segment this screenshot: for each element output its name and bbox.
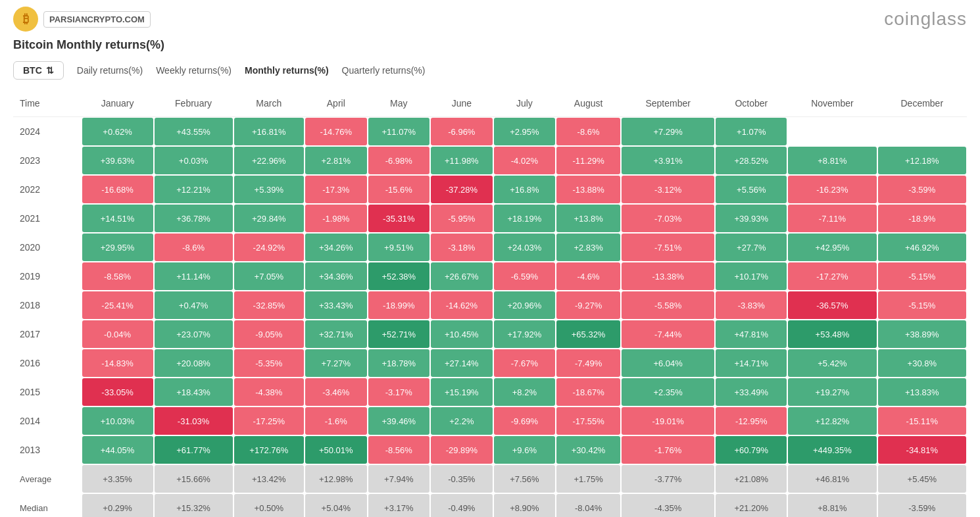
value-cell: -3.83% — [715, 291, 787, 320]
value-cell: -5.35% — [233, 349, 305, 378]
value-cell: +12.21% — [154, 175, 233, 204]
value-cell: -3.12% — [621, 175, 715, 204]
value-cell: +47.81% — [715, 320, 787, 349]
footer-value-cell: +3.35% — [82, 464, 154, 493]
value-cell: -19.01% — [621, 406, 715, 435]
value-cell: -9.69% — [493, 406, 556, 435]
value-cell: +8.2% — [493, 378, 556, 406]
table-header-row: Time January February March April May Ju… — [13, 90, 967, 117]
value-cell: +20.96% — [493, 291, 556, 320]
value-cell: -14.62% — [430, 291, 493, 320]
footer-value-cell: +7.94% — [368, 464, 431, 493]
btc-selector[interactable]: BTC ⇅ — [13, 61, 64, 80]
value-cell: -7.44% — [621, 320, 715, 349]
value-cell: +34.36% — [305, 262, 368, 291]
footer-value-cell: -0.49% — [430, 493, 493, 517]
footer-value-cell: +5.45% — [877, 464, 967, 493]
daily-returns-link[interactable]: Daily returns(%) — [77, 62, 143, 79]
value-cell: +39.93% — [715, 204, 787, 233]
year-cell: 2015 — [13, 378, 82, 406]
quarterly-returns-link[interactable]: Quarterly returns(%) — [342, 62, 426, 79]
table-row: 2017-0.04%+23.07%-9.05%+32.71%+52.71%+10… — [13, 320, 967, 349]
value-cell: +2.35% — [621, 378, 715, 406]
value-cell: -4.02% — [493, 146, 556, 175]
footer-value-cell: +15.32% — [154, 493, 233, 517]
col-aug: August — [556, 90, 621, 117]
value-cell: +52.38% — [368, 262, 431, 291]
value-cell: +39.63% — [82, 146, 154, 175]
value-cell: -18.99% — [368, 291, 431, 320]
table-row: 2024+0.62%+43.55%+16.81%-14.76%+11.07%-6… — [13, 117, 967, 147]
value-cell: -4.38% — [233, 378, 305, 406]
monthly-returns-link[interactable]: Monthly returns(%) — [245, 62, 329, 79]
value-cell: +9.51% — [368, 233, 431, 262]
value-cell: -3.18% — [430, 233, 493, 262]
value-cell: +24.03% — [493, 233, 556, 262]
value-cell: +23.07% — [154, 320, 233, 349]
value-cell: -3.59% — [877, 175, 967, 204]
coinglass-brand: coinglass — [884, 9, 967, 30]
value-cell: +1.07% — [715, 117, 787, 147]
value-cell — [787, 117, 877, 147]
value-cell: -15.6% — [368, 175, 431, 204]
footer-value-cell: +15.66% — [154, 464, 233, 493]
footer-value-cell: +21.20% — [715, 493, 787, 517]
value-cell: -6.98% — [368, 146, 431, 175]
value-cell: +29.84% — [233, 204, 305, 233]
value-cell: -3.46% — [305, 378, 368, 406]
value-cell: -8.56% — [368, 435, 431, 464]
value-cell: +0.47% — [154, 291, 233, 320]
value-cell: +53.48% — [787, 320, 877, 349]
value-cell: +61.77% — [154, 435, 233, 464]
value-cell: +7.29% — [621, 117, 715, 147]
value-cell: +8.81% — [787, 146, 877, 175]
returns-table-container: Time January February March April May Ju… — [13, 90, 967, 517]
value-cell: -16.23% — [787, 175, 877, 204]
value-cell: +33.49% — [715, 378, 787, 406]
col-oct: October — [715, 90, 787, 117]
col-jun: June — [430, 90, 493, 117]
value-cell: -13.38% — [621, 262, 715, 291]
value-cell: +36.78% — [154, 204, 233, 233]
value-cell: +52.71% — [368, 320, 431, 349]
value-cell: -6.96% — [430, 117, 493, 147]
value-cell: +38.89% — [877, 320, 967, 349]
value-cell: -5.15% — [877, 262, 967, 291]
footer-value-cell: -3.59% — [877, 493, 967, 517]
value-cell: +60.79% — [715, 435, 787, 464]
col-nov: November — [787, 90, 877, 117]
value-cell: +5.42% — [787, 349, 877, 378]
value-cell: -7.67% — [493, 349, 556, 378]
value-cell: -34.81% — [877, 435, 967, 464]
value-cell: +17.92% — [493, 320, 556, 349]
col-may: May — [368, 90, 431, 117]
value-cell: +12.18% — [877, 146, 967, 175]
value-cell — [877, 117, 967, 147]
value-cell: -5.15% — [877, 291, 967, 320]
value-cell: +30.42% — [556, 435, 621, 464]
table-row: 2016-14.83%+20.08%-5.35%+7.27%+18.78%+27… — [13, 349, 967, 378]
value-cell: +33.43% — [305, 291, 368, 320]
weekly-returns-link[interactable]: Weekly returns(%) — [156, 62, 232, 79]
value-cell: +2.95% — [493, 117, 556, 147]
value-cell: -11.29% — [556, 146, 621, 175]
value-cell: -37.28% — [430, 175, 493, 204]
value-cell: +19.27% — [787, 378, 877, 406]
value-cell: -8.58% — [82, 262, 154, 291]
value-cell: -15.11% — [877, 406, 967, 435]
col-feb: February — [154, 90, 233, 117]
footer-value-cell: +1.75% — [556, 464, 621, 493]
value-cell: +30.8% — [877, 349, 967, 378]
value-cell: +13.83% — [877, 378, 967, 406]
year-cell: 2017 — [13, 320, 82, 349]
footer-value-cell: +8.81% — [787, 493, 877, 517]
chevron-icon: ⇅ — [46, 65, 54, 76]
value-cell: +7.05% — [233, 262, 305, 291]
value-cell: +12.82% — [787, 406, 877, 435]
toolbar: BTC ⇅ Daily returns(%) Weekly returns(%)… — [13, 61, 967, 80]
col-dec: December — [877, 90, 967, 117]
value-cell: +34.26% — [305, 233, 368, 262]
value-cell: -36.57% — [787, 291, 877, 320]
table-row: 2013+44.05%+61.77%+172.76%+50.01%-8.56%-… — [13, 435, 967, 464]
value-cell: +6.04% — [621, 349, 715, 378]
